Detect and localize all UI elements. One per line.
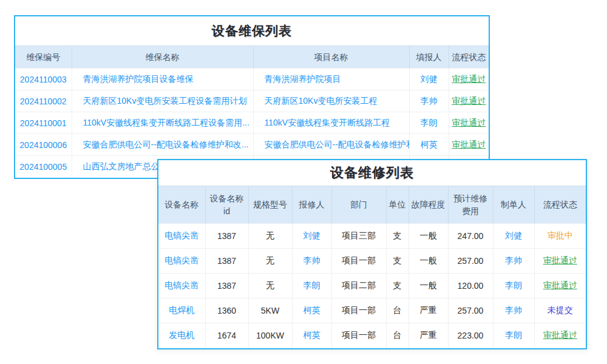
- device-id-cell: 1360: [205, 298, 248, 323]
- table-row: 2024110003 青海洪湖养护院项目设备维保 青海洪湖养护院项目 刘健 审批…: [15, 69, 489, 90]
- unit-cell: 支: [386, 249, 409, 274]
- maintenance-table: 维保编号 维保名称 项目名称 填报人 流程状态 2024110003 青海洪湖养…: [15, 46, 489, 178]
- device-id-cell: 1387: [205, 224, 248, 249]
- repair-reporter-link[interactable]: 李朗: [292, 274, 331, 298]
- severity-cell: 一般: [409, 249, 448, 274]
- col-header-device-id: 设备名称id: [205, 186, 248, 224]
- table-row: 电焊机 1360 5KW 柯英 项目一部 台 严重 257.00 李帅 未提交: [158, 298, 586, 323]
- maintenance-name-link[interactable]: 青海洪湖养护院项目设备维保: [72, 69, 253, 90]
- reporter-link[interactable]: 柯英: [409, 134, 449, 156]
- cost-cell: 257.00: [448, 298, 493, 323]
- device-name-link[interactable]: 电镐尖凿: [158, 249, 205, 274]
- cost-cell: 120.00: [448, 274, 493, 298]
- status-badge[interactable]: 审批通过: [449, 69, 489, 90]
- device-name-link[interactable]: 电镐尖凿: [158, 224, 205, 249]
- col-header-cost: 预计维修费用: [448, 186, 493, 224]
- col-header-repair-status: 流程状态: [534, 186, 586, 224]
- status-badge[interactable]: 审批通过: [449, 134, 489, 156]
- status-badge[interactable]: 审批通过: [534, 323, 586, 348]
- repair-reporter-link[interactable]: 柯英: [292, 323, 331, 348]
- device-id-cell: 1674: [205, 323, 248, 348]
- creator-link[interactable]: 李朗: [493, 323, 534, 348]
- maintenance-id-link[interactable]: 2024100005: [15, 156, 72, 178]
- device-id-cell: 1387: [205, 249, 248, 274]
- severity-cell: 严重: [409, 323, 448, 348]
- table-row: 电镐尖凿 1387 无 李帅 项目一部 支 一般 257.00 李帅 审批通过: [158, 249, 586, 274]
- status-badge[interactable]: 未提交: [534, 298, 586, 323]
- col-header-creator: 制单人: [493, 186, 534, 224]
- col-header-department: 部门: [331, 186, 386, 224]
- col-header-device-name: 设备名称: [158, 186, 205, 224]
- table-row: 2024110002 天府新区10Kv变电所安装工程设备需用计划 天府新区10K…: [15, 90, 489, 112]
- cost-cell: 223.00: [448, 323, 493, 348]
- status-badge[interactable]: 审批通过: [449, 112, 489, 134]
- department-cell: 项目二部: [331, 274, 386, 298]
- unit-cell: 台: [386, 298, 409, 323]
- creator-link[interactable]: 李帅: [493, 298, 534, 323]
- maintenance-name-link[interactable]: 110kV安徽线程集变开断线路工程设备需用...: [72, 112, 253, 134]
- repair-header-row: 设备名称 设备名称id 规格型号 报修人 部门 单位 故障程度 预计维修费用 制…: [158, 186, 586, 224]
- device-name-link[interactable]: 电镐尖凿: [158, 274, 205, 298]
- maintenance-list-title: 设备维保列表: [15, 16, 489, 46]
- col-header-severity: 故障程度: [409, 186, 448, 224]
- table-row: 电镐尖凿 1387 无 刘健 项目三部 支 一般 247.00 刘健 审批中: [158, 224, 586, 249]
- severity-cell: 一般: [409, 224, 448, 249]
- reporter-link[interactable]: 刘健: [409, 69, 449, 90]
- col-header-repair-reporter: 报修人: [292, 186, 331, 224]
- spec-cell: 5KW: [248, 298, 292, 323]
- reporter-link[interactable]: 李帅: [409, 90, 449, 112]
- maintenance-name-link[interactable]: 安徽合肥供电公司--配电设备检修维护和改...: [72, 134, 253, 156]
- cost-cell: 247.00: [448, 224, 493, 249]
- project-name-link[interactable]: 安徽合肥供电公司--配电设备检修维护和改造: [253, 134, 409, 156]
- severity-cell: 一般: [409, 274, 448, 298]
- maintenance-id-link[interactable]: 2024110002: [15, 90, 72, 112]
- unit-cell: 支: [386, 274, 409, 298]
- unit-cell: 支: [386, 224, 409, 249]
- device-name-link[interactable]: 电焊机: [158, 298, 205, 323]
- maintenance-id-link[interactable]: 2024110001: [15, 112, 72, 134]
- col-header-status: 流程状态: [449, 46, 489, 69]
- repair-reporter-link[interactable]: 柯英: [292, 298, 331, 323]
- department-cell: 项目一部: [331, 298, 386, 323]
- repair-reporter-link[interactable]: 刘健: [292, 224, 331, 249]
- reporter-link[interactable]: 李朗: [409, 112, 449, 134]
- status-badge[interactable]: 审批中: [534, 224, 586, 249]
- table-row: 2024110001 110kV安徽线程集变开断线路工程设备需用... 110k…: [15, 112, 489, 134]
- unit-cell: 台: [386, 323, 409, 348]
- repair-list-panel: 设备维修列表 设备名称 设备名称id 规格型号 报修人 部门 单位 故障程度 预…: [157, 159, 587, 349]
- col-header-project-name: 项目名称: [253, 46, 409, 69]
- maintenance-id-link[interactable]: 2024100006: [15, 134, 72, 156]
- status-badge[interactable]: 审批通过: [449, 90, 489, 112]
- creator-link[interactable]: 李朗: [493, 274, 534, 298]
- col-header-maintenance-name: 维保名称: [72, 46, 253, 69]
- maintenance-list-panel: 设备维保列表 维保编号 维保名称 项目名称 填报人 流程状态 202411000…: [14, 15, 490, 179]
- department-cell: 项目三部: [331, 224, 386, 249]
- cost-cell: 257.00: [448, 249, 493, 274]
- project-name-link[interactable]: 110kV安徽线程集变开断线路工程: [253, 112, 409, 134]
- spec-cell: 无: [248, 249, 292, 274]
- maintenance-name-link[interactable]: 天府新区10Kv变电所安装工程设备需用计划: [72, 90, 253, 112]
- device-name-link[interactable]: 发电机: [158, 323, 205, 348]
- table-row: 电镐尖凿 1387 无 李朗 项目二部 支 一般 120.00 李朗 审批通过: [158, 274, 586, 298]
- col-header-spec: 规格型号: [248, 186, 292, 224]
- table-row: 发电机 1674 100KW 柯英 项目一部 台 严重 223.00 李朗 审批…: [158, 323, 586, 348]
- maintenance-header-row: 维保编号 维保名称 项目名称 填报人 流程状态: [15, 46, 489, 69]
- project-name-link[interactable]: 天府新区10Kv变电所安装工程: [253, 90, 409, 112]
- severity-cell: 严重: [409, 298, 448, 323]
- repair-reporter-link[interactable]: 李帅: [292, 249, 331, 274]
- col-header-maintenance-id: 维保编号: [15, 46, 72, 69]
- maintenance-id-link[interactable]: 2024110003: [15, 69, 72, 90]
- creator-link[interactable]: 李帅: [493, 249, 534, 274]
- status-badge[interactable]: 审批通过: [534, 274, 586, 298]
- department-cell: 项目一部: [331, 249, 386, 274]
- col-header-reporter: 填报人: [409, 46, 449, 69]
- creator-link[interactable]: 刘健: [493, 224, 534, 249]
- project-name-link[interactable]: 青海洪湖养护院项目: [253, 69, 409, 90]
- repair-table: 设备名称 设备名称id 规格型号 报修人 部门 单位 故障程度 预计维修费用 制…: [158, 186, 586, 348]
- spec-cell: 无: [248, 274, 292, 298]
- table-row: 2024100006 安徽合肥供电公司--配电设备检修维护和改... 安徽合肥供…: [15, 134, 489, 156]
- spec-cell: 无: [248, 224, 292, 249]
- col-header-unit: 单位: [386, 186, 409, 224]
- department-cell: 项目一部: [331, 323, 386, 348]
- status-badge[interactable]: 审批通过: [534, 249, 586, 274]
